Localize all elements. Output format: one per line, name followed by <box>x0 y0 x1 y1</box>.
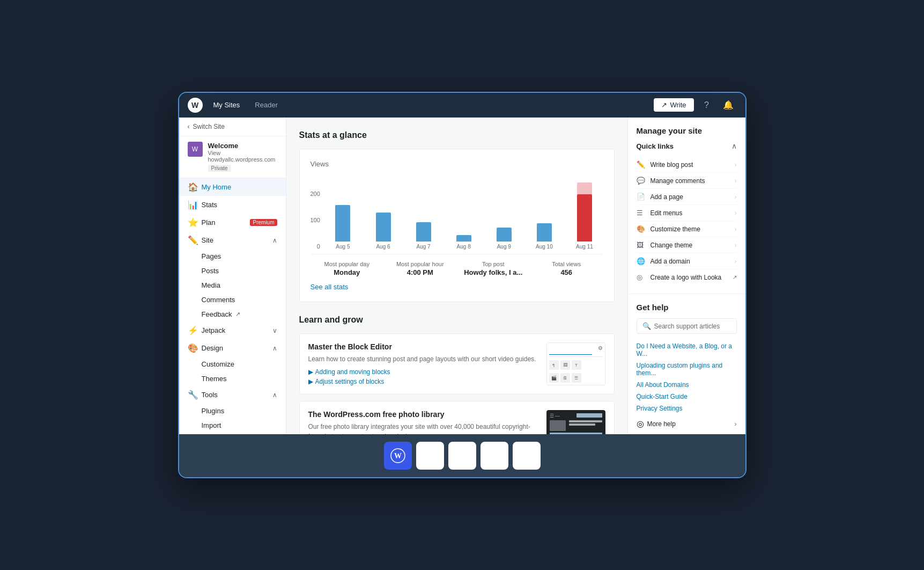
main-area: ‹ Switch Site W Welcome View howdyallc.w… <box>179 118 745 434</box>
y-label-0: 0 <box>311 243 320 250</box>
topbar-right: ↗ Write ? 🔔 <box>654 97 736 114</box>
right-panel: Manage your site Quick links ∧ ✏️ Write … <box>627 118 745 434</box>
quick-link-edit-menus[interactable]: ☰ Edit menus › <box>637 205 737 221</box>
learn-card-photo-library-content: The WordPress.com free photo library Our… <box>308 410 538 434</box>
help-link-all-about-domains[interactable]: All About Domains <box>637 379 737 391</box>
see-all-stats-link[interactable]: See all stats <box>311 283 603 291</box>
create-logo-ext-icon: ↗ <box>733 274 737 280</box>
svg-text:W: W <box>394 452 402 460</box>
stat-top-post-value: Howdy folks, I a... <box>457 268 530 276</box>
play-icon-2: ▶ <box>308 378 313 385</box>
design-chevron-icon: ∧ <box>272 345 277 352</box>
site-section-label: Site <box>202 236 213 244</box>
bar-aug11-label: Aug 11 <box>576 244 593 250</box>
private-badge: Private <box>208 165 231 172</box>
add-domain-chevron-icon: › <box>735 258 737 265</box>
switch-site-back[interactable]: ‹ Switch Site <box>179 118 286 136</box>
learn-card-block-editor-content: Master the Block Editor Learn how to cre… <box>308 342 538 385</box>
sidebar-item-pages[interactable]: Pages <box>179 249 286 264</box>
bar-aug9-fill <box>497 228 512 242</box>
my-sites-nav[interactable]: My Sites <box>207 98 247 112</box>
adding-blocks-link[interactable]: ▶ Adding and moving blocks <box>308 368 538 376</box>
quick-link-customize-theme[interactable]: 🎨 Customize theme › <box>637 221 737 237</box>
switch-site-label: Switch Site <box>193 123 225 130</box>
preview-icon-2: 🖼 <box>560 360 570 370</box>
taskbar-wp-icon[interactable]: W <box>384 442 412 470</box>
quick-link-write-blog[interactable]: ✏️ Write blog post › <box>637 157 737 173</box>
sidebar-item-themes[interactable]: Themes <box>179 371 286 386</box>
bar-aug10-fill <box>537 223 552 242</box>
preview-bar-1 <box>549 354 592 355</box>
help-link-quick-start[interactable]: Quick-Start Guide <box>637 391 737 403</box>
create-logo-icon: ◎ <box>637 273 647 281</box>
edit-menus-icon: ☰ <box>637 209 647 217</box>
site-url: View howdyallc.wordpress.com <box>208 150 277 163</box>
stat-total-views: Total views 456 <box>530 261 603 276</box>
tools-section-header[interactable]: 🔧 Tools ∧ <box>179 386 286 404</box>
taskbar-app4-icon[interactable] <box>513 442 541 470</box>
taskbar-app3-icon[interactable] <box>481 442 508 470</box>
site-section-header[interactable]: ✏️ Site ∧ <box>179 231 286 249</box>
quick-link-manage-comments[interactable]: 💬 Manage comments › <box>637 173 737 189</box>
add-page-chevron-icon: › <box>735 193 737 201</box>
stat-popular-hour-label: Most popular hour <box>383 261 457 267</box>
help-link-website-blog[interactable]: Do I Need a Website, a Blog, or a W... <box>637 340 737 360</box>
sidebar-item-posts[interactable]: Posts <box>179 264 286 278</box>
y-label-100: 100 <box>311 217 320 223</box>
write-button[interactable]: ↗ Write <box>654 98 693 112</box>
change-theme-chevron-icon: › <box>735 242 737 249</box>
sidebar-item-stats[interactable]: 📊 Stats <box>179 196 286 214</box>
sidebar-item-feedback[interactable]: Feedback ↗ <box>179 307 286 321</box>
photo-row-1: ☰ — <box>550 413 602 419</box>
stat-top-post: Top post Howdy folks, I a... <box>457 261 530 276</box>
photo-row-2 <box>550 420 602 431</box>
photo-tile-1 <box>576 413 602 418</box>
quick-link-change-theme[interactable]: 🖼 Change theme › <box>637 237 737 253</box>
notifications-icon-btn[interactable]: 🔔 <box>720 97 737 114</box>
help-link-uploading-plugins[interactable]: Uploading custom plugins and them... <box>637 360 737 379</box>
quick-link-add-domain[interactable]: 🌐 Add a domain › <box>637 253 737 269</box>
reader-nav[interactable]: Reader <box>248 98 284 112</box>
customize-theme-label: Customize theme <box>651 225 700 233</box>
site-name: Welcome <box>208 142 277 150</box>
write-icon: ↗ <box>661 101 667 109</box>
search-support-input[interactable]: 🔍 Search support articles <box>637 318 737 334</box>
more-help-chevron-icon: › <box>735 420 737 428</box>
quick-links-chevron-icon[interactable]: ∧ <box>731 142 737 150</box>
bar-aug6-label: Aug 6 <box>376 244 390 250</box>
bar-aug11: Aug 11 <box>566 182 603 250</box>
quick-link-create-logo[interactable]: ◎ Create a logo with Looka ↗ <box>637 269 737 285</box>
photo-preview-visual: ☰ — <box>546 410 605 434</box>
stat-top-post-label: Top post <box>457 261 530 267</box>
sidebar-item-plugins[interactable]: Plugins <box>179 404 286 418</box>
more-help-link[interactable]: ◎ More help › <box>637 414 737 429</box>
sidebar-item-plan[interactable]: ⭐ Plan Premium <box>179 214 286 231</box>
sidebar-item-customize[interactable]: Customize <box>179 357 286 371</box>
site-info: W Welcome View howdyallc.wordpress.com P… <box>179 136 286 178</box>
photo-library-title: The WordPress.com free photo library <box>308 410 538 419</box>
bar-aug11-bg <box>577 182 592 242</box>
manage-comments-chevron-icon: › <box>735 177 737 185</box>
taskbar-app1-icon[interactable] <box>416 442 444 470</box>
sidebar-item-media[interactable]: Media <box>179 278 286 293</box>
preview-icon-1: ¶ <box>549 360 559 370</box>
sidebar-item-my-home[interactable]: 🏠 My Home <box>179 178 286 196</box>
bar-aug9-label: Aug 9 <box>497 244 511 250</box>
quick-link-add-page[interactable]: 📄 Add a page › <box>637 189 737 205</box>
sidebar-item-comments[interactable]: Comments <box>179 293 286 307</box>
taskbar-app2-icon[interactable] <box>448 442 476 470</box>
y-label-200: 200 <box>311 191 320 197</box>
preview-icons-row-2: 🎬 🗓 ☰ <box>549 373 603 383</box>
help-icon-btn[interactable]: ? <box>698 97 715 114</box>
help-link-privacy-settings[interactable]: Privacy Settings <box>637 403 737 414</box>
jetpack-section-header[interactable]: ⚡ Jetpack ∨ <box>179 321 286 339</box>
design-section-header[interactable]: 🎨 Design ∧ <box>179 339 286 357</box>
write-blog-chevron-icon: › <box>735 161 737 169</box>
sidebar-item-import[interactable]: Import <box>179 418 286 433</box>
adjust-settings-link[interactable]: ▶ Adjust settings of blocks <box>308 378 538 385</box>
views-label: Views <box>311 160 603 168</box>
back-arrow-icon: ‹ <box>188 123 190 130</box>
sidebar-item-label: My Home <box>202 183 232 191</box>
wp-logo-icon: W <box>188 98 203 113</box>
write-blog-label: Write blog post <box>651 161 693 169</box>
